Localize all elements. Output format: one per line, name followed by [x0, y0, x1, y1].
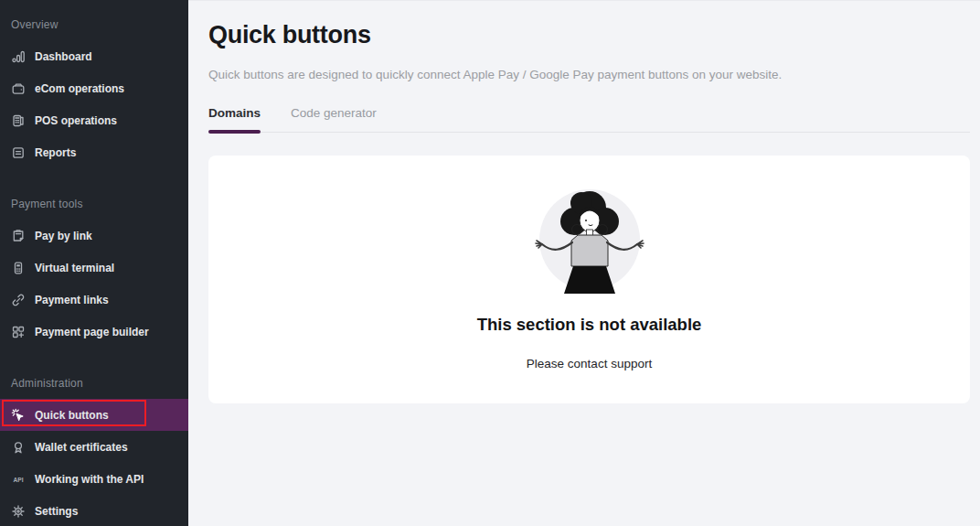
sidebar-section-payment-tools: Payment toolsPay by linkVirtual terminal…	[0, 188, 188, 348]
sidebar-item-label: Settings	[35, 505, 78, 518]
active-tab-underline	[208, 130, 261, 134]
tab-domains[interactable]: Domains	[208, 102, 261, 132]
invoice-icon	[11, 229, 26, 243]
wallet-icon	[11, 81, 26, 96]
sidebar-item-label: Quick buttons	[35, 409, 109, 422]
sidebar-section-overview: OverviewDashboardeCom operationsPOS oper…	[0, 8, 188, 168]
sidebar-item-label: Dashboard	[35, 50, 92, 63]
sidebar-item-label: POS operations	[35, 114, 117, 127]
sidebar-item-label: Pay by link	[35, 230, 92, 242]
certificate-icon	[11, 440, 26, 455]
sidebar-item-label: Payment links	[35, 294, 109, 306]
sidebar-item-label: eCom operations	[35, 82, 124, 95]
sidebar-item-quick-buttons[interactable]: Quick buttons	[0, 399, 188, 431]
bar-chart-icon	[11, 49, 26, 64]
sidebar-item-working-with-the-api[interactable]: APIWorking with the API	[0, 463, 188, 495]
app-window: OverviewDashboardeCom operationsPOS oper…	[0, 0, 980, 526]
page-title: Quick buttons	[208, 21, 970, 49]
sidebar-item-label: Wallet certificates	[35, 441, 128, 454]
sidebar-item-virtual-terminal[interactable]: Virtual terminal	[0, 252, 188, 284]
empty-state-subtext: Please contact support	[527, 357, 652, 370]
sidebar-item-label: Virtual terminal	[35, 262, 114, 274]
link-icon	[11, 293, 26, 307]
sidebar: OverviewDashboardeCom operationsPOS oper…	[0, 0, 188, 526]
gear-icon	[11, 504, 26, 519]
tab-bar: DomainsCode generator	[208, 102, 970, 133]
sidebar-section-administration: AdministrationQuick buttonsWallet certif…	[0, 367, 188, 526]
sidebar-item-payment-links[interactable]: Payment links	[0, 284, 188, 316]
shrugging-woman-illustration	[512, 183, 667, 295]
grid-plus-icon	[11, 325, 26, 339]
api-icon: API	[11, 472, 26, 487]
main-content: Quick buttons Quick buttons are designed…	[188, 0, 980, 526]
sidebar-item-pay-by-link[interactable]: Pay by link	[0, 220, 188, 252]
pos-terminal-icon	[11, 113, 26, 128]
sidebar-item-pos-operations[interactable]: POS operations	[0, 104, 188, 136]
sidebar-item-label: Working with the API	[35, 473, 144, 486]
sidebar-item-ecom-operations[interactable]: eCom operations	[0, 72, 188, 104]
page-subtitle: Quick buttons are designed to quickly co…	[208, 68, 970, 82]
sidebar-item-settings[interactable]: Settings	[0, 495, 188, 526]
empty-state-heading: This section is not available	[477, 315, 702, 335]
sidebar-section-header: Overview	[0, 8, 188, 40]
empty-state-card: This section is not available Please con…	[208, 156, 970, 403]
click-icon	[11, 408, 26, 423]
sidebar-item-payment-page-builder[interactable]: Payment page builder	[0, 316, 188, 348]
terminal-device-icon	[11, 261, 26, 275]
svg-text:API: API	[14, 476, 24, 482]
sidebar-section-header: Administration	[0, 367, 188, 399]
sidebar-item-label: Payment page builder	[35, 326, 149, 338]
tab-code-generator[interactable]: Code generator	[291, 102, 377, 132]
sidebar-item-dashboard[interactable]: Dashboard	[0, 40, 188, 72]
sidebar-section-header: Payment tools	[0, 188, 188, 220]
sidebar-item-label: Reports	[35, 146, 76, 159]
sidebar-item-wallet-certificates[interactable]: Wallet certificates	[0, 431, 188, 463]
report-icon	[11, 145, 26, 160]
sidebar-item-reports[interactable]: Reports	[0, 136, 188, 168]
